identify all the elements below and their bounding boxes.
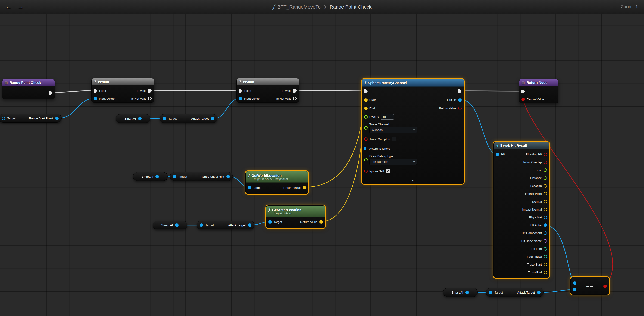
value-out-pin[interactable] [248,224,252,227]
breadcrumb-parent[interactable]: BTT_RangeMoveTo [277,4,320,10]
ignore-self-pin[interactable] [364,170,368,173]
actors-to-ignore-array-pin[interactable] [364,147,367,150]
target-pin[interactable] [248,186,251,190]
pill-smart-ai[interactable]: Smart AI [133,172,168,181]
target-in-pin[interactable] [489,291,492,294]
value-out-pin[interactable] [138,117,142,120]
hit-actor-pin[interactable] [544,224,547,227]
pin-row: Trace Complex [362,134,464,144]
node-subtitle: Target is Actor [268,212,323,215]
equals-result-pin[interactable] [603,284,607,288]
trace-channel-pin[interactable] [364,126,368,130]
draw-debug-type-pin[interactable] [364,158,368,162]
face-index-pin[interactable] [544,255,547,258]
exec-out-pin[interactable] [293,97,297,100]
value-out-pin[interactable] [226,175,230,178]
hit-in-pin[interactable] [496,153,499,156]
trace-end-pin[interactable] [544,271,547,274]
node-range-point-check[interactable]: ▤ Range Point Check [2,79,55,99]
exec-out-pin[interactable] [293,89,297,92]
return-value-pin[interactable] [458,107,462,110]
target-pin[interactable] [268,220,272,224]
trace-channel-dropdown[interactable]: Weapon [370,127,417,133]
exec-in-pin[interactable] [94,89,98,92]
breadcrumb-current: Range Point Check [330,4,372,10]
end-pin[interactable] [364,107,368,110]
value-out-pin[interactable] [211,117,214,120]
exec-out-pin[interactable] [49,91,52,94]
pin-row: Time [494,166,549,174]
hit-bone-name-pin[interactable] [544,239,547,243]
return-value-pin[interactable] [302,186,306,190]
node-equals[interactable]: == [570,277,609,295]
hit-item-pin[interactable] [544,247,547,250]
node-get-actor-location[interactable]: ƒ GetActorLocation Target is Actor Targe… [266,206,325,228]
exec-in-pin[interactable] [239,89,242,92]
node-break-hit-result[interactable]: ◀ Break Hit Result Hit Blocking Hit Init… [494,142,550,278]
distance-pin[interactable] [544,176,547,180]
blocking-hit-pin[interactable] [544,153,547,156]
normal-pin[interactable] [544,200,547,203]
return-value-pin[interactable] [320,220,323,224]
node-sphere-trace-by-channel[interactable]: ƒ SphereTraceByChannel Start Out Hit End… [362,79,464,184]
initial-overlap-pin[interactable] [544,160,547,164]
return-value-pin[interactable] [522,98,525,101]
trace-start-pin[interactable] [544,263,547,266]
value-out-pin[interactable] [466,291,469,294]
node-return[interactable]: ▤ Return Node Return Value [519,79,558,104]
impact-normal-pin[interactable] [544,208,547,211]
pill-get-range-start-point[interactable]: Target Range Start Point [170,172,233,181]
out-hit-pin[interactable] [458,98,462,102]
pill-smart-ai[interactable]: Smart AI [153,221,187,230]
trace-complex-pin[interactable] [364,138,368,141]
pill-get-attack-target[interactable]: Target Attack Target [196,221,254,230]
pin-label: Exec [244,89,251,92]
node-header: ▤ Range Point Check [2,79,54,86]
ignore-self-checkbox[interactable] [386,169,390,174]
pin-row: End Return Value [362,104,464,112]
draw-debug-dropdown[interactable]: For Duration [370,159,417,165]
target-in-pin[interactable] [162,117,166,120]
pill-get-attack-target[interactable]: Target Attack Target [160,114,218,123]
pin-label: Target [179,175,187,178]
exec-out-pin[interactable] [148,89,152,92]
phys-mat-pin[interactable] [544,216,547,219]
exec-out-pin[interactable] [148,97,152,100]
radius-pin[interactable] [364,115,368,119]
trace-complex-checkbox[interactable] [392,137,396,141]
pill-get-attack-target[interactable]: Target Attack Target [486,288,544,297]
equals-input-b-pin[interactable] [573,288,576,291]
pill-smart-ai[interactable]: Smart AI [443,288,478,297]
target-in-pin[interactable] [173,175,176,178]
input-object-pin[interactable] [239,97,242,100]
time-pin[interactable] [544,168,547,172]
value-out-pin[interactable] [55,116,58,120]
input-object-pin[interactable] [94,97,97,100]
pin-label: Return Value [527,98,544,101]
hit-component-pin[interactable] [544,231,547,235]
value-out-pin[interactable] [537,291,540,294]
pill-get-range-start-point[interactable]: Target Range Start Point [0,114,62,122]
location-pin[interactable] [544,184,547,188]
value-out-pin[interactable] [175,224,178,227]
target-in-pin[interactable] [2,116,5,120]
start-pin[interactable] [364,98,368,102]
node-isvalid-2[interactable]: ? IsValid Exec Is Valid Input Object Is … [236,78,299,103]
node-isvalid-1[interactable]: ? IsValid Exec Is Valid Input Object Is … [91,78,154,103]
pin-row: Phys Mat [494,213,549,221]
node-get-world-location[interactable]: ƒ GetWorldLocation Target is Scene Compo… [246,171,308,194]
pill-smart-ai[interactable]: Smart AI [116,114,150,123]
forward-arrow-icon[interactable]: → [17,3,24,11]
radius-input[interactable]: 10.0 [380,114,394,120]
pin-row: Return Value [519,95,558,103]
exec-in-pin[interactable] [364,89,368,93]
collapse-arrow-icon[interactable]: ▼ [362,176,464,184]
exec-out-pin[interactable] [458,89,462,93]
back-arrow-icon[interactable]: ← [5,3,12,11]
exec-in-pin[interactable] [522,90,525,93]
value-out-pin[interactable] [156,175,159,178]
impact-point-pin[interactable] [544,192,547,196]
equals-input-a-pin[interactable] [573,281,576,285]
pin-label: Target [168,117,177,120]
target-in-pin[interactable] [200,224,203,227]
